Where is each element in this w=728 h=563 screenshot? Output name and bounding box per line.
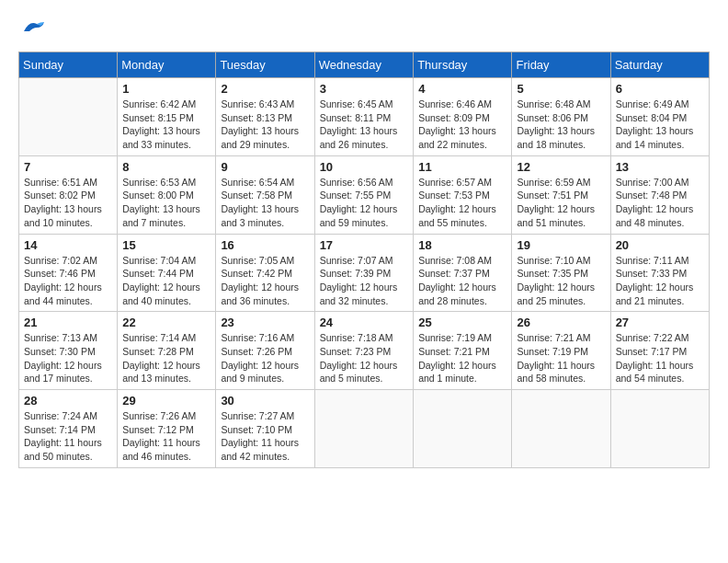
calendar-cell: 7Sunrise: 6:51 AM Sunset: 8:02 PM Daylig… — [19, 155, 118, 234]
page-header — [18, 18, 710, 42]
day-info: Sunrise: 7:21 AM Sunset: 7:19 PM Dayligh… — [517, 331, 605, 385]
day-number: 30 — [221, 394, 309, 408]
day-number: 4 — [418, 82, 506, 96]
day-number: 10 — [320, 160, 409, 174]
calendar-cell: 17Sunrise: 7:07 AM Sunset: 7:39 PM Dayli… — [314, 234, 414, 312]
calendar-cell — [610, 390, 709, 468]
calendar-cell: 16Sunrise: 7:05 AM Sunset: 7:42 PM Dayli… — [216, 234, 314, 312]
day-info: Sunrise: 7:02 AM Sunset: 7:46 PM Dayligh… — [24, 254, 112, 308]
day-info: Sunrise: 6:53 AM Sunset: 8:00 PM Dayligh… — [122, 176, 210, 230]
day-number: 26 — [517, 316, 605, 329]
calendar-cell: 15Sunrise: 7:04 AM Sunset: 7:44 PM Dayli… — [118, 234, 216, 312]
weekday-header: Tuesday — [216, 52, 314, 78]
day-info: Sunrise: 6:46 AM Sunset: 8:09 PM Dayligh… — [418, 98, 506, 152]
calendar-table: SundayMondayTuesdayWednesdayThursdayFrid… — [18, 52, 710, 468]
day-number: 8 — [122, 160, 210, 174]
calendar-cell: 21Sunrise: 7:13 AM Sunset: 7:30 PM Dayli… — [19, 312, 118, 390]
calendar-cell: 13Sunrise: 7:00 AM Sunset: 7:48 PM Dayli… — [610, 155, 709, 234]
day-number: 23 — [221, 316, 309, 329]
calendar-week-row: 14Sunrise: 7:02 AM Sunset: 7:46 PM Dayli… — [19, 234, 710, 312]
day-info: Sunrise: 6:48 AM Sunset: 8:06 PM Dayligh… — [517, 98, 605, 152]
day-number: 13 — [616, 160, 704, 174]
calendar-cell: 9Sunrise: 6:54 AM Sunset: 7:58 PM Daylig… — [216, 155, 314, 234]
calendar-week-row: 28Sunrise: 7:24 AM Sunset: 7:14 PM Dayli… — [19, 390, 710, 468]
weekday-header: Saturday — [610, 52, 709, 78]
day-info: Sunrise: 7:00 AM Sunset: 7:48 PM Dayligh… — [616, 176, 704, 230]
calendar-cell: 25Sunrise: 7:19 AM Sunset: 7:21 PM Dayli… — [414, 312, 512, 390]
calendar-cell: 30Sunrise: 7:27 AM Sunset: 7:10 PM Dayli… — [216, 390, 314, 468]
calendar-cell: 20Sunrise: 7:11 AM Sunset: 7:33 PM Dayli… — [610, 234, 709, 312]
calendar-cell: 6Sunrise: 6:49 AM Sunset: 8:04 PM Daylig… — [610, 78, 709, 156]
calendar-cell: 22Sunrise: 7:14 AM Sunset: 7:28 PM Dayli… — [118, 312, 216, 390]
day-info: Sunrise: 7:10 AM Sunset: 7:35 PM Dayligh… — [517, 254, 605, 308]
day-info: Sunrise: 6:42 AM Sunset: 8:15 PM Dayligh… — [122, 98, 210, 152]
calendar-cell — [414, 390, 512, 468]
weekday-header: Wednesday — [314, 52, 414, 78]
calendar-week-row: 21Sunrise: 7:13 AM Sunset: 7:30 PM Dayli… — [19, 312, 710, 390]
day-info: Sunrise: 6:59 AM Sunset: 7:51 PM Dayligh… — [517, 176, 605, 230]
calendar-cell: 1Sunrise: 6:42 AM Sunset: 8:15 PM Daylig… — [118, 78, 216, 156]
weekday-header: Thursday — [414, 52, 512, 78]
day-info: Sunrise: 6:49 AM Sunset: 8:04 PM Dayligh… — [616, 98, 704, 152]
calendar-cell — [19, 78, 118, 156]
day-number: 11 — [418, 160, 506, 174]
day-info: Sunrise: 6:57 AM Sunset: 7:53 PM Dayligh… — [418, 176, 506, 230]
day-info: Sunrise: 6:45 AM Sunset: 8:11 PM Dayligh… — [320, 98, 409, 152]
day-number: 22 — [122, 316, 210, 329]
day-number: 7 — [24, 160, 112, 174]
weekday-header: Sunday — [19, 52, 118, 78]
day-number: 18 — [418, 238, 506, 252]
weekday-header: Monday — [118, 52, 216, 78]
day-number: 6 — [616, 82, 704, 96]
day-number: 2 — [221, 82, 309, 96]
day-number: 17 — [320, 238, 409, 252]
calendar-cell: 23Sunrise: 7:16 AM Sunset: 7:26 PM Dayli… — [216, 312, 314, 390]
calendar-cell — [314, 390, 414, 468]
calendar-header-row: SundayMondayTuesdayWednesdayThursdayFrid… — [19, 52, 710, 78]
day-number: 25 — [418, 316, 506, 329]
calendar-cell: 27Sunrise: 7:22 AM Sunset: 7:17 PM Dayli… — [610, 312, 709, 390]
day-number: 27 — [616, 316, 704, 329]
day-number: 28 — [24, 394, 112, 408]
day-number: 19 — [517, 238, 605, 252]
day-info: Sunrise: 7:26 AM Sunset: 7:12 PM Dayligh… — [122, 409, 210, 464]
calendar-cell: 10Sunrise: 6:56 AM Sunset: 7:55 PM Dayli… — [314, 155, 414, 234]
day-info: Sunrise: 7:24 AM Sunset: 7:14 PM Dayligh… — [24, 409, 112, 464]
day-info: Sunrise: 6:51 AM Sunset: 8:02 PM Dayligh… — [24, 176, 112, 230]
day-number: 20 — [616, 238, 704, 252]
calendar-cell — [512, 390, 610, 468]
day-info: Sunrise: 7:19 AM Sunset: 7:21 PM Dayligh… — [418, 331, 506, 385]
calendar-cell: 8Sunrise: 6:53 AM Sunset: 8:00 PM Daylig… — [118, 155, 216, 234]
calendar-cell: 12Sunrise: 6:59 AM Sunset: 7:51 PM Dayli… — [512, 155, 610, 234]
calendar-cell: 19Sunrise: 7:10 AM Sunset: 7:35 PM Dayli… — [512, 234, 610, 312]
calendar-cell: 28Sunrise: 7:24 AM Sunset: 7:14 PM Dayli… — [19, 390, 118, 468]
day-info: Sunrise: 6:54 AM Sunset: 7:58 PM Dayligh… — [221, 176, 309, 230]
day-info: Sunrise: 7:18 AM Sunset: 7:23 PM Dayligh… — [320, 331, 409, 385]
day-info: Sunrise: 7:16 AM Sunset: 7:26 PM Dayligh… — [221, 331, 309, 385]
calendar-cell: 2Sunrise: 6:43 AM Sunset: 8:13 PM Daylig… — [216, 78, 314, 156]
calendar-cell: 26Sunrise: 7:21 AM Sunset: 7:19 PM Dayli… — [512, 312, 610, 390]
day-info: Sunrise: 7:22 AM Sunset: 7:17 PM Dayligh… — [616, 331, 704, 385]
calendar-cell: 4Sunrise: 6:46 AM Sunset: 8:09 PM Daylig… — [414, 78, 512, 156]
day-info: Sunrise: 7:08 AM Sunset: 7:37 PM Dayligh… — [418, 254, 506, 308]
logo-bird-icon — [20, 18, 46, 35]
day-number: 16 — [221, 238, 309, 252]
day-info: Sunrise: 6:43 AM Sunset: 8:13 PM Dayligh… — [221, 98, 309, 152]
day-number: 1 — [122, 82, 210, 96]
calendar-week-row: 7Sunrise: 6:51 AM Sunset: 8:02 PM Daylig… — [19, 155, 710, 234]
day-number: 29 — [122, 394, 210, 408]
day-info: Sunrise: 7:14 AM Sunset: 7:28 PM Dayligh… — [122, 331, 210, 385]
weekday-header: Friday — [512, 52, 610, 78]
calendar-cell: 5Sunrise: 6:48 AM Sunset: 8:06 PM Daylig… — [512, 78, 610, 156]
day-info: Sunrise: 7:11 AM Sunset: 7:33 PM Dayligh… — [616, 254, 704, 308]
day-number: 21 — [24, 316, 112, 329]
calendar-cell: 24Sunrise: 7:18 AM Sunset: 7:23 PM Dayli… — [314, 312, 414, 390]
calendar-cell: 3Sunrise: 6:45 AM Sunset: 8:11 PM Daylig… — [314, 78, 414, 156]
day-info: Sunrise: 6:56 AM Sunset: 7:55 PM Dayligh… — [320, 176, 409, 230]
calendar-cell: 11Sunrise: 6:57 AM Sunset: 7:53 PM Dayli… — [414, 155, 512, 234]
calendar-cell: 29Sunrise: 7:26 AM Sunset: 7:12 PM Dayli… — [118, 390, 216, 468]
day-number: 14 — [24, 238, 112, 252]
calendar-cell: 14Sunrise: 7:02 AM Sunset: 7:46 PM Dayli… — [19, 234, 118, 312]
calendar-week-row: 1Sunrise: 6:42 AM Sunset: 8:15 PM Daylig… — [19, 78, 710, 156]
logo — [18, 18, 46, 42]
